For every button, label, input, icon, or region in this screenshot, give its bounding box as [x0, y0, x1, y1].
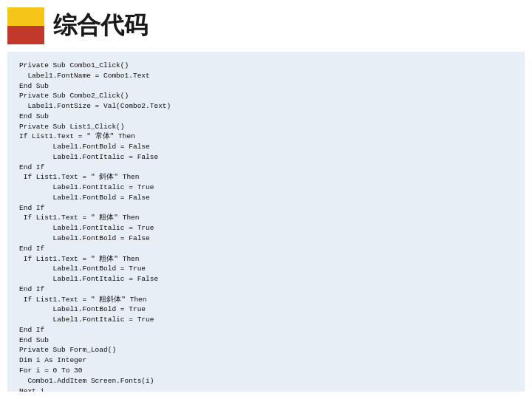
- code-line: End Sub: [19, 335, 513, 346]
- code-line: Label1.FontItalic = False: [19, 274, 513, 284]
- header-icon: [7, 7, 44, 44]
- code-line: Label1.FontBold = True: [19, 264, 513, 274]
- code-line: If List1.Text = " 常体" Then: [19, 132, 513, 142]
- code-line: Label1.FontBold = False: [19, 233, 513, 244]
- code-line: End If: [19, 163, 513, 173]
- code-line: Label1.FontItalic = False: [19, 152, 513, 163]
- page-title: 综合代码: [53, 10, 148, 42]
- code-line: Label1.FontBold = False: [19, 142, 513, 152]
- code-line: End Sub: [19, 112, 513, 122]
- code-line: Label1.FontName = Combo1.Text: [19, 71, 513, 81]
- code-line: Private Sub Form_Load(): [19, 345, 513, 355]
- code-line: Label1.FontSize = Val(Combo2.Text): [19, 101, 513, 112]
- code-line: End If: [19, 325, 513, 335]
- code-line: Label1.FontItalic = True: [19, 183, 513, 193]
- code-line: End If: [19, 244, 513, 254]
- code-line: If List1.Text = " 粗体" Then: [19, 254, 513, 265]
- code-line: For i = 0 To 30: [19, 366, 513, 376]
- code-line: Private Sub List1_Click(): [19, 122, 513, 132]
- code-line: End If: [19, 203, 513, 214]
- code-line: Private Sub Combo2_Click(): [19, 91, 513, 101]
- code-block: Private Sub Combo1_Click() Label1.FontNa…: [19, 61, 513, 392]
- svg-rect-3: [26, 26, 44, 44]
- code-line: Label1.FontItalic = True: [19, 315, 513, 325]
- code-line: End If: [19, 284, 513, 295]
- code-line: If List1.Text = " 粗体" Then: [19, 213, 513, 223]
- code-line: Dim i As Integer: [19, 355, 513, 366]
- code-line: If List1.Text = " 斜体" Then: [19, 172, 513, 183]
- code-line: End Sub: [19, 81, 513, 92]
- page-header: 综合代码: [0, 0, 532, 52]
- code-line: Combo1.AddItem Screen.Fonts(i): [19, 376, 513, 386]
- code-line: Label1.FontItalic = True: [19, 223, 513, 233]
- code-line: Label1.FontBold = False: [19, 193, 513, 203]
- svg-rect-1: [7, 7, 26, 26]
- code-line: Label1.FontBold = True: [19, 304, 513, 315]
- code-line: If List1.Text = " 粗斜体" Then: [19, 295, 513, 305]
- svg-rect-2: [7, 26, 26, 44]
- code-line: Next i: [19, 386, 513, 392]
- code-content-area: Private Sub Combo1_Click() Label1.FontNa…: [7, 52, 525, 392]
- code-line: Private Sub Combo1_Click(): [19, 61, 513, 71]
